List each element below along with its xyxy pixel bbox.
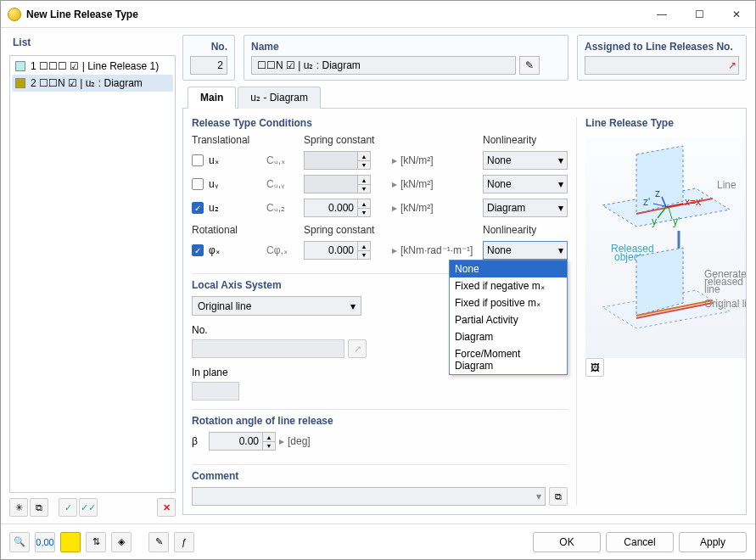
uy-nonlinearity-select[interactable]: None▾ (483, 175, 568, 193)
list-item-label: 1 ☐☐☐ ☑ | Line Release 1) (31, 60, 159, 72)
svg-text:Original line: Original line (704, 298, 747, 310)
comment-library-button[interactable]: ⧉ (549, 487, 568, 506)
cancel-button[interactable]: Cancel (606, 532, 674, 552)
chevron-down-icon: ▾ (558, 178, 563, 190)
local-axis-select[interactable]: Original line ▾ (192, 296, 361, 316)
edit-name-button[interactable]: ✎ (519, 56, 540, 75)
app-icon (8, 8, 21, 21)
spring-constant-label: Spring constant (304, 134, 389, 146)
ux-unit: [kN/m²] (400, 154, 477, 166)
phix-nonlinearity-select[interactable]: None▾ (483, 241, 568, 260)
color-button[interactable] (60, 532, 81, 552)
cuy-label: Cᵤ,ᵧ (266, 178, 304, 190)
tool-button-1[interactable]: ⇅ (86, 532, 106, 552)
arrow-icon: ▸ (389, 178, 400, 190)
uz-label: u₂ (209, 202, 219, 214)
tool-button-4[interactable]: ƒ (174, 532, 194, 552)
beta-input[interactable] (209, 432, 263, 451)
rotational-label: Rotational (192, 224, 266, 236)
svg-text:y': y' (673, 216, 680, 227)
arrow-icon: ▸ (389, 244, 400, 256)
pick-object-button[interactable]: ↗ (348, 339, 367, 358)
arrow-icon: ▸ (389, 202, 400, 214)
dropdown-item[interactable]: Fixed if negative mₓ (450, 277, 567, 294)
delete-button[interactable]: ✕ (157, 498, 176, 517)
chevron-down-icon: ▾ (558, 154, 563, 166)
tab-main[interactable]: Main (188, 87, 236, 109)
uz-checkbox[interactable]: ✓ (192, 202, 204, 214)
uz-nonlinearity-select[interactable]: Diagram▾ (483, 199, 568, 217)
maximize-button[interactable]: ☐ (680, 2, 718, 27)
pick-icon[interactable]: ↗ (728, 59, 736, 71)
dropdown-item[interactable]: Fixed if positive mₓ (450, 294, 567, 311)
help-button[interactable]: 🔍 (9, 532, 30, 552)
dropdown-item[interactable]: Partial Activity (450, 311, 567, 328)
list-item[interactable]: 2 ☐☐N ☑ | u₂ : Diagram (12, 75, 173, 92)
arrow-icon: ▸ (389, 154, 400, 166)
chevron-down-icon: ▾ (558, 202, 563, 214)
nonlinearity-label-2: Nonlinearity (483, 224, 568, 236)
in-plane-field (192, 382, 239, 400)
color-swatch (15, 78, 25, 88)
phix-label: φₓ (209, 244, 220, 256)
apply-button[interactable]: Apply (679, 532, 747, 552)
check-button[interactable]: ✓ (59, 498, 77, 517)
nonlinearity-dropdown[interactable]: None Fixed if negative mₓ Fixed if posit… (449, 260, 568, 375)
copy-item-button[interactable]: ⧉ (30, 498, 48, 517)
name-field[interactable]: ☐☐N ☑ | u₂ : Diagram (251, 56, 516, 75)
ux-label: uₓ (209, 154, 219, 166)
svg-text:x=x': x=x' (685, 196, 703, 208)
ux-nonlinearity-select[interactable]: None▾ (483, 151, 568, 170)
tool-button-3[interactable]: ✎ (148, 532, 169, 552)
nonlinearity-label: Nonlinearity (483, 134, 568, 146)
rotation-header: Rotation angle of line release (192, 415, 568, 427)
close-button[interactable]: ✕ (718, 2, 755, 27)
spring-constant-label-2: Spring constant (304, 224, 389, 236)
svg-text:z: z (655, 188, 660, 199)
cphix-label: Cφ,ₓ (266, 244, 304, 256)
new-item-button[interactable]: ✳ (9, 498, 28, 517)
comment-header: Comment (192, 470, 568, 482)
minimize-button[interactable]: — (643, 2, 680, 27)
dropdown-item[interactable]: Force/Moment Diagram (450, 345, 567, 374)
local-no-field (192, 339, 344, 358)
list-item[interactable]: 1 ☐☐☐ ☑ | Line Release 1) (12, 58, 173, 75)
comment-field[interactable]: ▾ (192, 487, 546, 506)
svg-text:line: line (704, 283, 720, 295)
arrow-icon: ▸ (276, 435, 288, 447)
dropdown-item[interactable]: Diagram (450, 328, 567, 345)
check-all-button[interactable]: ✓✓ (79, 498, 98, 517)
conditions-header: Release Type Conditions (192, 117, 568, 129)
release-diagram: Line x=x' y z y' z' Released objects (585, 137, 747, 358)
svg-text:y: y (652, 216, 657, 227)
phix-checkbox[interactable]: ✓ (192, 244, 204, 256)
tab-uz-diagram[interactable]: u₂ - Diagram (238, 87, 321, 109)
tool-button-2[interactable]: ◈ (111, 532, 132, 552)
list-box[interactable]: 1 ☐☐☐ ☑ | Line Release 1) 2 ☐☐N ☑ | u₂ :… (9, 55, 176, 493)
chevron-down-icon: ▾ (536, 490, 541, 502)
uy-unit: [kN/m²] (400, 178, 477, 190)
uy-checkbox[interactable] (192, 178, 204, 190)
ok-button[interactable]: OK (533, 532, 601, 552)
uy-label: uᵧ (209, 178, 218, 190)
beta-unit: [deg] (288, 435, 364, 447)
svg-text:z': z' (643, 196, 650, 208)
cuy-input (304, 175, 358, 193)
color-swatch (15, 61, 25, 71)
cuz-label: Cᵤ,₂ (266, 202, 304, 214)
translational-label: Translational (192, 134, 266, 146)
list-item-label: 2 ☐☐N ☑ | u₂ : Diagram (31, 77, 143, 89)
assigned-field[interactable]: ↗ (585, 56, 739, 75)
no-field[interactable] (190, 56, 227, 75)
chevron-down-icon: ▾ (350, 300, 356, 312)
svg-text:Line: Line (717, 179, 736, 191)
list-header: List (9, 35, 176, 50)
units-button[interactable]: 0,00 (35, 532, 55, 552)
ux-checkbox[interactable] (192, 154, 204, 166)
name-label: Name (251, 41, 561, 53)
dropdown-item[interactable]: None (450, 260, 567, 277)
cuz-input[interactable] (304, 199, 358, 217)
picture-button[interactable]: 🖼 (585, 358, 604, 377)
cux-input (304, 151, 358, 170)
cphix-input[interactable] (304, 241, 358, 260)
